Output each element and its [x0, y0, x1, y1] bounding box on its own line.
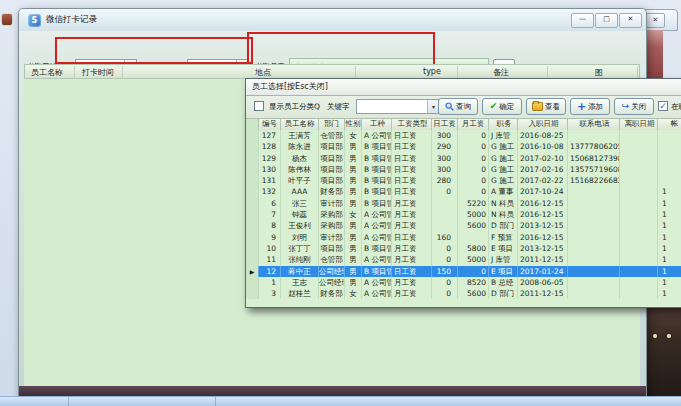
grid-col-header[interactable]: 编号	[259, 119, 281, 130]
grid-cell: 男	[345, 153, 362, 164]
main-col-header[interactable]: 员工名称	[31, 67, 63, 78]
grid-col-header[interactable]: 工种	[362, 119, 392, 130]
button-label: 查询	[456, 102, 471, 112]
grid-cell: 2011-12-15	[518, 254, 568, 265]
grid-cell: 5000	[458, 209, 489, 220]
window-title: 微信打卡记录	[46, 14, 97, 26]
grid-row[interactable]: 10张丁丁项目部男B 项目管理月工资05800E 项目2013-12-151	[246, 243, 681, 254]
grid-row[interactable]: 128陈永进项目部男B 项目管理日工资2900G 施工2016-10-08137…	[246, 141, 681, 152]
desktop-app-icon[interactable]	[2, 14, 12, 25]
grid-cell	[432, 198, 458, 209]
grid-cell: 月工资	[392, 209, 432, 220]
grid-cell	[432, 220, 458, 231]
grid-col-header[interactable]: 工资类型	[392, 119, 432, 130]
grid-cell: 项目部	[319, 175, 345, 186]
grid-row[interactable]: 127王满芳仓管部女A 公司管理日工资3000J 库管2016-08-25	[246, 130, 681, 141]
grid-col-header[interactable]: 性别	[345, 119, 362, 130]
grid-cell: 1	[658, 288, 681, 299]
grid-row[interactable]: 130陈伟林项目部男B 项目管理日工资3000G 施工2017-02-16135…	[246, 164, 681, 175]
main-col-header[interactable]: 图	[595, 67, 603, 78]
grid-col-header[interactable]: 职务	[489, 119, 518, 130]
grid-row[interactable]: 1王志公司经理男A 公司管理月工资08520B 总经2008-06-051	[246, 277, 681, 288]
check-icon: ✔	[490, 102, 498, 111]
grid-col-header[interactable]: 日工资	[432, 119, 458, 130]
grid-cell	[658, 175, 681, 186]
grid-cell: 2016-12-15	[518, 209, 568, 220]
grid-row[interactable]: 7钟蕊采购部女A 公司管理月工资5000N 科员2016-12-151	[246, 209, 681, 220]
grid-cell	[620, 141, 658, 152]
record-selector	[246, 198, 259, 209]
main-col-header[interactable]: 地点	[255, 67, 271, 78]
grid-cell	[620, 209, 658, 220]
grid-row[interactable]: 11张纯刚仓管部男A 公司管理月工资05000J 库管2011-12-151	[246, 254, 681, 265]
grid-cell: 300	[432, 164, 458, 175]
grid-cell: 日工资	[392, 164, 432, 175]
main-col-header[interactable]: 备注	[493, 67, 509, 78]
grid-col-header[interactable]: 员工名称	[281, 119, 319, 130]
grid-cell: 日工资	[392, 266, 432, 277]
grid-col-header[interactable]: 月工资	[458, 119, 489, 130]
grid-cell: 0	[432, 277, 458, 288]
show-category-checkbox[interactable]	[254, 101, 264, 111]
grid-cell: G 施工	[489, 175, 518, 186]
grid-cell: 15068127398	[568, 153, 620, 164]
grid-row[interactable]: 129杨杰项目部男B 项目管理日工资3000G 施工2017-02-101506…	[246, 153, 681, 164]
grid-col-header[interactable]: 离职日期	[620, 119, 658, 130]
taskbar[interactable]	[0, 396, 681, 406]
grid-cell: 王志	[281, 277, 319, 288]
main-col-header[interactable]: 打卡时间	[82, 67, 114, 78]
main-col-header[interactable]: type	[423, 67, 441, 76]
grid-cell: 蒋中正	[281, 266, 319, 277]
grid-row[interactable]: 131叶平子项目部男B 项目管理日工资2800G 施工2017-02-22151…	[246, 175, 681, 186]
grid-cell: 280	[432, 175, 458, 186]
keyword-label: 关键字	[327, 102, 350, 112]
grid-col-header[interactable]: 入职日期	[518, 119, 568, 130]
back-window-close-button[interactable]: ✕	[646, 13, 665, 28]
grid-cell: 10	[259, 243, 281, 254]
grid-cell: 1	[658, 277, 681, 288]
grid-cell: N 科员	[489, 198, 518, 209]
record-selector	[246, 164, 259, 175]
grid-row-selected[interactable]: ▶12蒋中正公司经理男B 项目管理日工资1500E 项目2017-01-241	[246, 266, 681, 277]
record-selector	[246, 232, 259, 243]
grid-cell: 0	[432, 288, 458, 299]
close-dialog-button[interactable]: ↪ 关闭	[614, 98, 654, 115]
view-button[interactable]: 查看	[526, 98, 566, 115]
dialog-title[interactable]: 员工选择[按Esc关闭]	[246, 79, 681, 96]
grid-row[interactable]: 6张三审计部男B 项目管理月工资5220N 科员2016-12-151	[246, 198, 681, 209]
grid-cell	[568, 130, 620, 141]
confirm-button[interactable]: ✔ 确定	[482, 98, 522, 115]
main-titlebar[interactable]: S 微信打卡记录 — □ ✕	[19, 9, 646, 32]
grid-cell: 项目部	[319, 164, 345, 175]
grid-cell: 5220	[458, 198, 489, 209]
keyword-combo[interactable]: ▾	[356, 99, 440, 114]
grid-cell: 8520	[458, 277, 489, 288]
active-employee-checkbox[interactable]: ✓	[658, 101, 668, 111]
grid-row[interactable]: 9刘明审计部男A 公司管理日工资160F 预算2016-12-151	[246, 232, 681, 243]
grid-cell: G 施工	[489, 164, 518, 175]
button-label: 关闭	[631, 102, 646, 112]
grid-cell: 300	[432, 153, 458, 164]
add-button[interactable]: + 添加	[570, 98, 610, 115]
record-selector-header	[246, 119, 259, 130]
grid-col-header[interactable]: 帐	[658, 119, 681, 130]
maximize-button[interactable]: □	[595, 13, 618, 28]
grid-cell: 2017-02-10	[518, 153, 568, 164]
grid-cell: B 项目管理	[362, 175, 392, 186]
close-button[interactable]: ✕	[619, 13, 642, 28]
grid-col-header[interactable]: 部门	[319, 119, 345, 130]
query-button[interactable]: 查询	[438, 98, 478, 115]
grid-cell	[620, 186, 658, 197]
grid-cell: A 董事	[489, 186, 518, 197]
record-selector	[246, 209, 259, 220]
grid-cell: 0	[458, 141, 489, 152]
grid-col-header[interactable]: 联系电话	[568, 119, 620, 130]
grid-cell: E 项目	[489, 243, 518, 254]
grid-cell: 11	[259, 254, 281, 265]
grid-row[interactable]: 3赵桂兰财务部女A 公司管理月工资05600D 部门2011-12-151	[246, 288, 681, 299]
grid-row[interactable]: 132AAA财务部男B 项目管理日工资00A 董事2017-10-241	[246, 186, 681, 197]
minimize-button[interactable]: —	[571, 13, 594, 28]
plus-icon: +	[577, 102, 586, 111]
grid-row[interactable]: 8王俊利采购部男A 公司管理月工资5600D 部门2013-12-151	[246, 220, 681, 231]
grid-cell: 男	[345, 254, 362, 265]
